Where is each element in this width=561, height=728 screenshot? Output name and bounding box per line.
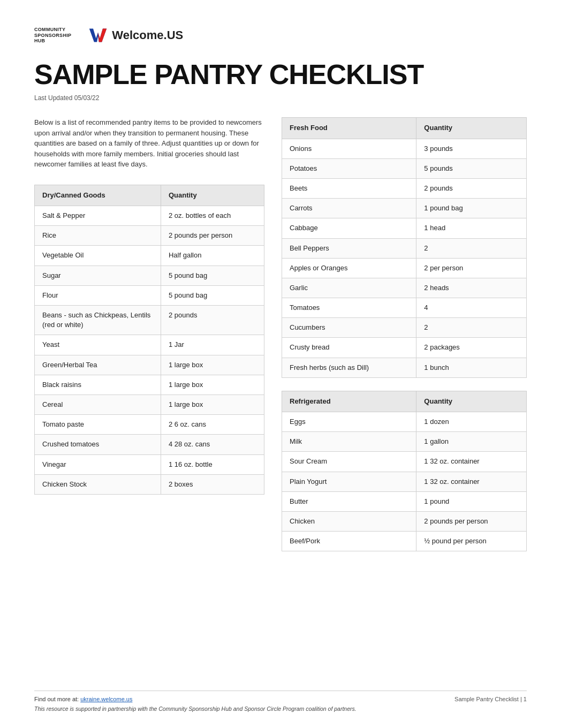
qty-cell: 5 pound bag [161,285,264,305]
csh-line3: HUB [34,38,71,44]
page: COMMUNITY SPONSORSHIP HUB Welcome.US SAM… [0,0,561,728]
table-row: Beans - such as Chickpeas, Lentils (red … [35,306,264,335]
qty-cell: 2 boxes [161,474,264,494]
csh-logo: COMMUNITY SPONSORSHIP HUB [34,27,71,44]
welcome-brand: Welcome.US [112,27,183,44]
table-row: Chicken 2 pounds per person [282,511,527,531]
item-cell: Fresh herbs (such as Dill) [282,358,416,377]
item-cell: Eggs [282,412,416,432]
qty-cell: ½ pound per person [416,532,527,551]
fresh-food-table: Fresh Food Quantity Onions 3 pounds Pota… [282,117,527,377]
table-row: Rice 2 pounds per person [35,226,264,246]
table-row: Vinegar 1 16 oz. bottle [35,454,264,474]
qty-cell: 3 pounds [416,139,527,158]
item-cell: Yeast [35,335,161,355]
qty-cell: 1 pound bag [416,199,527,218]
item-cell: Carrots [282,199,416,218]
dry-canned-table: Dry/Canned Goods Quantity Salt & Pepper … [34,185,264,495]
last-updated: Last Updated 05/03/22 [34,94,527,103]
page-title: SAMPLE PANTRY CHECKLIST [34,60,527,89]
item-cell: Black raisins [35,375,161,395]
table-row: Chicken Stock 2 boxes [35,474,264,494]
qty-cell: 1 16 oz. bottle [161,454,264,474]
table-row: Crushed tomatoes 4 28 oz. cans [35,435,264,454]
table-row: Crusty bread 2 packages [282,338,527,358]
csh-line1: COMMUNITY [34,27,71,33]
item-cell: Bell Peppers [282,238,416,258]
qty-cell: 2 [416,238,527,258]
qty-cell: 2 pounds [416,178,527,198]
svg-marker-1 [98,28,107,42]
qty-cell: 1 pound [416,491,527,511]
qty-cell: 1 32 oz. container [416,452,527,472]
item-cell: Vinegar [35,454,161,474]
main-content: Below is a list of recommended pantry it… [34,117,527,564]
left-column: Below is a list of recommended pantry it… [34,117,264,507]
footer-link[interactable]: ukraine.welcome.us [80,696,132,702]
item-cell: Sour Cream [282,452,416,472]
item-cell: Cereal [35,395,161,414]
qty-cell: 5 pound bag [161,266,264,285]
item-cell: Plain Yogurt [282,472,416,491]
qty-cell: 1 gallon [416,432,527,452]
dry-canned-header-qty: Quantity [161,185,264,206]
qty-cell: 1 bunch [416,358,527,377]
table-row: Eggs 1 dozen [282,412,527,432]
qty-cell: 1 head [416,218,527,238]
refrigerated-header-qty: Quantity [416,391,527,412]
table-row: Yeast 1 Jar [35,335,264,355]
welcome-w-icon [88,26,108,45]
right-column: Fresh Food Quantity Onions 3 pounds Pota… [282,117,527,564]
table-row: Sour Cream 1 32 oz. container [282,452,527,472]
table-row: Bell Peppers 2 [282,238,527,258]
qty-cell: 2 [416,318,527,338]
qty-cell: 2 packages [416,338,527,358]
table-row: Fresh herbs (such as Dill) 1 bunch [282,358,527,377]
item-cell: Milk [282,432,416,452]
qty-cell: 2 per person [416,258,527,278]
item-cell: Flour [35,285,161,305]
dry-canned-header-item: Dry/Canned Goods [35,185,161,206]
qty-cell: 4 [416,298,527,318]
refrigerated-header-item: Refrigerated [282,391,416,412]
table-row: Green/Herbal Tea 1 large box [35,355,264,375]
header: COMMUNITY SPONSORSHIP HUB Welcome.US [34,26,527,45]
item-cell: Cucumbers [282,318,416,338]
qty-cell: 2 pounds per person [416,511,527,531]
item-cell: Chicken Stock [35,474,161,494]
table-row: Beef/Pork ½ pound per person [282,532,527,551]
item-cell: Chicken [282,511,416,531]
footer-find-out: Find out more at: [34,696,79,702]
item-cell: Beans - such as Chickpeas, Lentils (red … [35,306,161,335]
csh-line2: SPONSORSHIP [34,33,71,39]
table-row: Vegetable Oil Half gallon [35,246,264,266]
table-row: Flour 5 pound bag [35,285,264,305]
item-cell: Potatoes [282,158,416,178]
item-cell: Tomatoes [282,298,416,318]
qty-cell: 2 pounds per person [161,226,264,246]
item-cell: Cabbage [282,218,416,238]
table-row: Black raisins 1 large box [35,375,264,395]
table-row: Tomatoes 4 [282,298,527,318]
table-row: Plain Yogurt 1 32 oz. container [282,472,527,491]
qty-cell: 1 large box [161,395,264,414]
item-cell: Garlic [282,278,416,298]
qty-cell: 2 oz. bottles of each [161,206,264,226]
qty-cell: 1 large box [161,375,264,395]
item-cell: Beets [282,178,416,198]
table-row: Beets 2 pounds [282,178,527,198]
qty-cell: 1 32 oz. container [416,472,527,491]
item-cell: Apples or Oranges [282,258,416,278]
qty-cell: 4 28 oz. cans [161,435,264,454]
table-row: Garlic 2 heads [282,278,527,298]
item-cell: Vegetable Oil [35,246,161,266]
intro-text: Below is a list of recommended pantry it… [34,117,264,170]
table-row: Butter 1 pound [282,491,527,511]
item-cell: Salt & Pepper [35,206,161,226]
footer-left: Find out more at: ukraine.welcome.us Thi… [34,695,357,713]
item-cell: Tomato paste [35,415,161,435]
qty-cell: 1 Jar [161,335,264,355]
table-row: Milk 1 gallon [282,432,527,452]
table-row: Cereal 1 large box [35,395,264,414]
table-row: Carrots 1 pound bag [282,199,527,218]
